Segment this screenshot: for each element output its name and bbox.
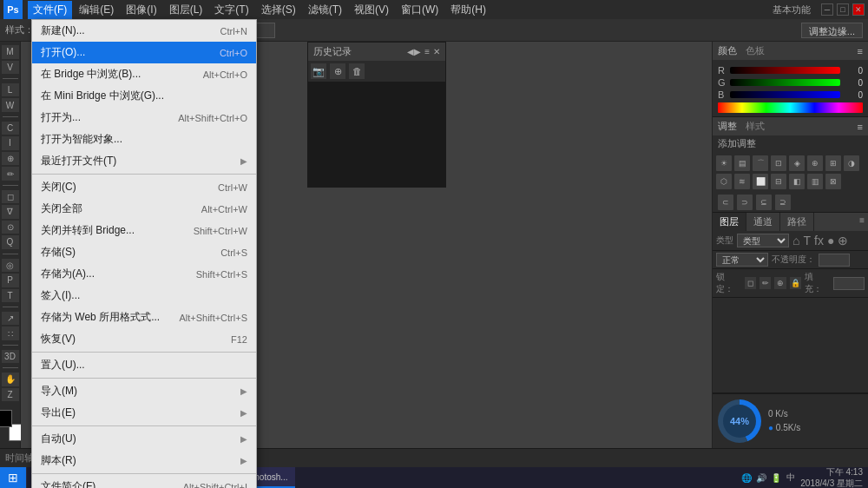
menu-help[interactable]: 帮助(H) <box>445 1 491 19</box>
menu-image[interactable]: 图像(I) <box>121 1 161 19</box>
tool-lasso[interactable]: L <box>2 83 19 97</box>
history-delete-button[interactable]: 🗑 <box>349 63 365 79</box>
menu-view[interactable]: 视图(V) <box>349 1 394 19</box>
tool-clone[interactable]: ◻ <box>2 190 19 204</box>
menu-item-close-all[interactable]: 关闭全部Alt+Ctrl+W <box>32 198 256 220</box>
adjustment-tab-1[interactable]: 调整 <box>718 120 737 133</box>
adj-extra3[interactable]: ⊆ <box>756 195 772 210</box>
tool-select[interactable]: V <box>2 61 19 75</box>
menu-text[interactable]: 文字(T) <box>209 1 253 19</box>
tool-path-select[interactable]: ↗ <box>2 312 19 326</box>
lock-transparent[interactable]: ◻ <box>745 277 756 289</box>
menu-select[interactable]: 选择(S) <box>256 1 301 19</box>
menu-window[interactable]: 窗口(W) <box>396 1 444 19</box>
menu-item-bridge[interactable]: 在 Bridge 中浏览(B)...Alt+Ctrl+O <box>32 63 256 85</box>
r-slider[interactable] <box>730 67 840 74</box>
tool-heal[interactable]: ⊕ <box>2 152 19 166</box>
color-spectrum[interactable] <box>718 102 863 113</box>
layers-fill-input[interactable] <box>833 277 865 290</box>
tool-text[interactable]: T <box>2 289 19 303</box>
menu-item-scripts[interactable]: 脚本(R)▶ <box>32 450 256 472</box>
menu-file[interactable]: 文件(F) <box>28 1 72 19</box>
adj-hue[interactable]: ⊕ <box>807 155 823 171</box>
tool-gradient[interactable]: ⊙ <box>2 221 19 234</box>
color-tab-2[interactable]: 色板 <box>746 44 765 57</box>
menu-item-close[interactable]: 关闭(C)Ctrl+W <box>32 176 256 198</box>
menu-item-import[interactable]: 导入(M)▶ <box>32 380 256 402</box>
foreground-swatch[interactable] <box>0 410 12 427</box>
menu-item-open-smart[interactable]: 打开为智能对象... <box>32 129 256 150</box>
tool-pen[interactable]: P <box>2 274 19 287</box>
color-panel-menu[interactable]: ≡ <box>858 46 863 56</box>
menu-item-save-as[interactable]: 存储为(A)...Shift+Ctrl+S <box>32 263 256 285</box>
lock-paint[interactable]: ✏ <box>760 277 771 289</box>
tool-blur[interactable]: Q <box>2 235 19 249</box>
tab-layers[interactable]: 图层 <box>713 213 746 231</box>
close-button[interactable]: ✕ <box>852 3 865 16</box>
history-camera-button[interactable]: 📷 <box>311 63 326 79</box>
layers-mode-select[interactable]: 正常 <box>716 253 768 267</box>
adj-levels[interactable]: ▤ <box>734 155 750 171</box>
menu-item-save[interactable]: 存储(S)Ctrl+S <box>32 241 256 263</box>
layers-menu-icon[interactable]: ≡ <box>856 213 868 231</box>
tool-3d[interactable]: 3D <box>2 350 19 364</box>
menu-item-place[interactable]: 置入(U)... <box>32 354 256 376</box>
adjust-edge-button[interactable]: 调整边缘... <box>801 23 863 38</box>
menu-filter[interactable]: 滤镜(T) <box>303 1 347 19</box>
history-new-button[interactable]: ⊕ <box>330 63 345 79</box>
lock-all[interactable]: 🔒 <box>790 277 801 289</box>
tool-hand[interactable]: ✋ <box>2 373 19 386</box>
history-expand-icon[interactable]: ◀▶ <box>407 47 421 56</box>
tool-crop[interactable]: C <box>2 122 19 135</box>
adj-channel[interactable]: ≋ <box>734 174 750 189</box>
menu-item-save-web[interactable]: 存储为 Web 所用格式式...Alt+Shift+Ctrl+S <box>32 307 256 328</box>
lock-move[interactable]: ⊕ <box>774 277 786 289</box>
menu-item-export[interactable]: 导出(E)▶ <box>32 402 256 424</box>
menu-item-revert[interactable]: 恢复(V)F12 <box>32 328 256 350</box>
color-tab-1[interactable]: 颜色 <box>718 44 737 57</box>
menu-item-file-info[interactable]: 文件简介(F)...Alt+Shift+Ctrl+I <box>32 476 256 488</box>
adj-extra4[interactable]: ⊇ <box>775 195 791 210</box>
layers-opacity-input[interactable] <box>819 254 850 267</box>
adjustment-panel-menu[interactable]: ≡ <box>858 122 863 132</box>
menu-item-automate[interactable]: 自动(U)▶ <box>32 428 256 450</box>
tab-channels[interactable]: 通道 <box>746 213 780 231</box>
menu-item-close-bridge[interactable]: 关闭并转到 Bridge...Shift+Ctrl+W <box>32 220 256 241</box>
adj-vibrance[interactable]: ◈ <box>789 155 805 171</box>
history-close-icon[interactable]: ✕ <box>433 47 440 56</box>
tool-move[interactable]: M <box>2 45 19 59</box>
b-slider[interactable] <box>730 91 840 98</box>
tool-eyedropper[interactable]: I <box>2 136 19 150</box>
adj-photo[interactable]: ⬡ <box>716 174 732 189</box>
adj-invert[interactable]: ⬜ <box>753 174 768 189</box>
adj-brightness[interactable]: ☀ <box>716 155 732 171</box>
history-menu-icon[interactable]: ≡ <box>424 47 430 56</box>
tool-dodge[interactable]: ◎ <box>2 259 19 273</box>
menu-item-mini-bridge[interactable]: 在 Mini Bridge 中浏览(G)... <box>32 85 256 107</box>
adj-gradient-map[interactable]: ▥ <box>807 174 823 189</box>
start-button[interactable]: ⊞ <box>0 467 26 488</box>
adj-posterize[interactable]: ⊟ <box>771 174 786 189</box>
restore-button[interactable]: □ <box>837 3 849 16</box>
menu-item-open-as[interactable]: 打开为...Alt+Shift+Ctrl+O <box>32 107 256 129</box>
adj-exposure[interactable]: ⊡ <box>771 155 786 171</box>
menu-layer[interactable]: 图层(L) <box>164 1 208 19</box>
minimize-button[interactable]: ─ <box>821 3 833 16</box>
menu-edit[interactable]: 编辑(E) <box>74 1 119 19</box>
tool-magic-wand[interactable]: W <box>2 98 19 112</box>
adj-extra1[interactable]: ⊂ <box>718 195 733 210</box>
menu-item-checkin[interactable]: 签入(I)... <box>32 285 256 307</box>
tool-shape[interactable]: ∷ <box>2 326 19 340</box>
adj-threshold[interactable]: ◧ <box>789 174 805 189</box>
menu-item-recent[interactable]: 最近打开文件(T)▶ <box>32 150 256 172</box>
layers-type-select[interactable]: 类型 <box>737 234 789 247</box>
tool-eraser[interactable]: ∇ <box>2 205 19 219</box>
adjustment-tab-2[interactable]: 样式 <box>746 120 765 133</box>
menu-item-new[interactable]: 新建(N)...Ctrl+N <box>32 20 256 42</box>
menu-item-open[interactable]: 打开(O)...Ctrl+O <box>32 42 256 63</box>
adj-selective[interactable]: ⊠ <box>825 174 841 189</box>
adj-bw[interactable]: ◑ <box>844 155 859 171</box>
tab-paths[interactable]: 路径 <box>780 213 814 231</box>
tool-brush[interactable]: ✏ <box>2 167 19 181</box>
adj-curves[interactable]: ⌒ <box>753 155 768 171</box>
